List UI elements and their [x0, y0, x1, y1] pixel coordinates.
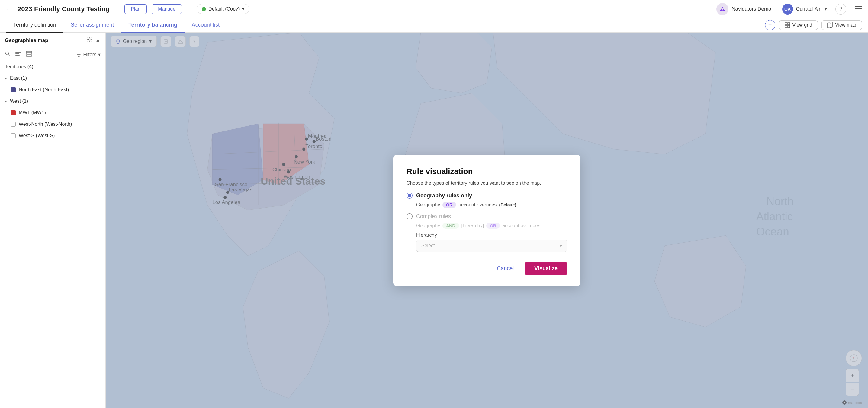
svg-rect-20 [26, 53, 32, 54]
map-area: Geo region ▾ ▾ [106, 33, 868, 408]
view-grid-button[interactable]: View grid [779, 20, 818, 30]
menu-button[interactable] [855, 6, 862, 12]
territories-header: Territories (4) ↑ [0, 61, 105, 72]
cancel-button[interactable]: Cancel [491, 262, 520, 275]
rule-text-account-overrides-complex: account overrides [502, 223, 540, 229]
svg-line-15 [8, 55, 10, 56]
radio-section-geo-only: Geography rules only Geography OR accoun… [406, 193, 567, 208]
help-icon[interactable]: ? [835, 4, 846, 14]
radio-row-complex: Complex rules [406, 213, 567, 220]
radio-section-complex: Complex rules Geography AND [hierarchy] … [406, 213, 567, 252]
user-avatar: QA [782, 4, 793, 14]
tab-right-actions: + View grid View map [765, 20, 862, 30]
territory-name: West-North (West-North) [19, 121, 72, 127]
hierarchy-select[interactable]: Select ▾ [416, 240, 567, 252]
status-dot [202, 7, 206, 11]
hierarchy-select-placeholder: Select [421, 243, 435, 249]
tab-territory-balancing[interactable]: Territory balancing [121, 18, 185, 33]
nav-logo-icon[interactable] [716, 3, 728, 15]
tab-seller-assignment[interactable]: Seller assignment [63, 18, 121, 33]
nav-app-name: Navigators Demo [732, 6, 771, 12]
rule-text-hierarchy: [hierarchy] [462, 223, 484, 229]
grid-icon [785, 22, 790, 28]
sidebar-header: Geographies map ▲ [0, 33, 105, 48]
hierarchy-label: Hierarchy [416, 232, 567, 238]
sidebar-collapse-button[interactable]: ▲ [95, 37, 100, 43]
radio-complex[interactable] [406, 213, 412, 220]
main-area: Geographies map ▲ [0, 33, 868, 408]
map-icon [827, 22, 833, 28]
radio-row-geo-only: Geography rules only [406, 193, 567, 199]
center-menu-icon [752, 24, 759, 26]
rule-detail-geo-only: Geography OR account overrides (Default) [416, 202, 567, 208]
search-filter-row: Filters ▾ [0, 48, 105, 61]
territory-group-label: East (1) [10, 76, 27, 81]
modal-overlay: Rule visualization Choose the types of t… [106, 33, 868, 408]
add-icon-button[interactable]: + [765, 20, 775, 30]
plan-button[interactable]: Plan [124, 4, 147, 14]
svg-rect-16 [16, 52, 21, 53]
territory-color-swatch [11, 110, 16, 115]
app-title: 2023 Friendly County Testing [18, 5, 110, 13]
rule-visualization-modal: Rule visualization Choose the types of t… [393, 155, 581, 286]
or-badge: OR [442, 202, 456, 208]
list-item[interactable]: West-North (West-North) [0, 118, 105, 130]
status-label: Default (Copy) [208, 6, 240, 12]
status-chevron-icon: ▾ [242, 6, 244, 12]
svg-point-13 [89, 39, 90, 40]
svg-rect-18 [16, 55, 20, 56]
filter-button[interactable]: Filters ▾ [76, 52, 100, 57]
filter-chevron-icon: ▾ [98, 52, 100, 57]
svg-rect-6 [785, 23, 787, 25]
or-badge-complex: OR [486, 223, 500, 229]
territory-group-label: West (1) [10, 98, 28, 104]
svg-rect-9 [788, 25, 790, 28]
hamburger-icon[interactable] [855, 6, 862, 12]
tab-account-list[interactable]: Account list [185, 18, 227, 33]
header-divider [117, 4, 117, 13]
territory-checkbox[interactable] [11, 133, 16, 138]
territory-checkbox[interactable] [11, 122, 16, 127]
territories-label: Territories (4) [5, 64, 33, 69]
svg-rect-21 [26, 55, 32, 56]
collapse-icon: ▾ [5, 76, 7, 81]
default-badge: (Default) [499, 203, 516, 207]
radio-label-complex: Complex rules [416, 213, 451, 220]
help-btn[interactable]: ? [835, 4, 846, 14]
sidebar-list-icon[interactable] [26, 51, 32, 58]
list-item[interactable]: ▾ West (1) [0, 95, 105, 107]
svg-line-4 [722, 7, 724, 10]
back-button[interactable]: ← [6, 5, 13, 13]
sidebar-tools: ▲ [87, 37, 100, 44]
territory-name: West-S (West-S) [19, 133, 55, 139]
view-map-button[interactable]: View map [822, 20, 862, 30]
search-button[interactable] [5, 51, 10, 58]
territory-color-swatch [11, 87, 16, 92]
svg-line-3 [721, 7, 722, 10]
radio-geo-only[interactable] [406, 193, 412, 199]
visualize-button[interactable]: Visualize [525, 262, 567, 275]
sort-button[interactable]: ↑ [37, 64, 39, 69]
modal-description: Choose the types of territory rules you … [406, 180, 567, 186]
list-item[interactable]: ▾ East (1) [0, 72, 105, 84]
user-name[interactable]: Qurratul Ain [796, 6, 822, 12]
rule-text-geography: Geography [416, 202, 440, 208]
nav-section: Navigators Demo [716, 3, 771, 15]
tab-territory-definition[interactable]: Territory definition [6, 18, 63, 33]
radio-label-geo-only: Geography rules only [416, 193, 472, 199]
list-item[interactable]: North East (North East) [0, 84, 105, 95]
collapse-icon: ▾ [5, 99, 7, 104]
sidebar-settings-icon[interactable] [87, 37, 92, 44]
status-badge[interactable]: Default (Copy) ▾ [196, 4, 249, 14]
modal-footer: Cancel Visualize [406, 262, 567, 275]
list-item[interactable]: MW1 (MW1) [0, 107, 105, 118]
manage-button[interactable]: Manage [152, 4, 182, 14]
user-chevron-icon: ▾ [825, 6, 827, 12]
sidebar-expand-icon[interactable] [15, 51, 21, 58]
rule-detail-complex: Geography AND [hierarchy] OR account ove… [416, 223, 567, 229]
svg-rect-17 [16, 54, 19, 54]
hierarchy-select-chevron: ▾ [560, 243, 562, 249]
and-badge: AND [442, 223, 459, 229]
header-divider-2 [189, 4, 189, 13]
list-item[interactable]: West-S (West-S) [0, 130, 105, 141]
